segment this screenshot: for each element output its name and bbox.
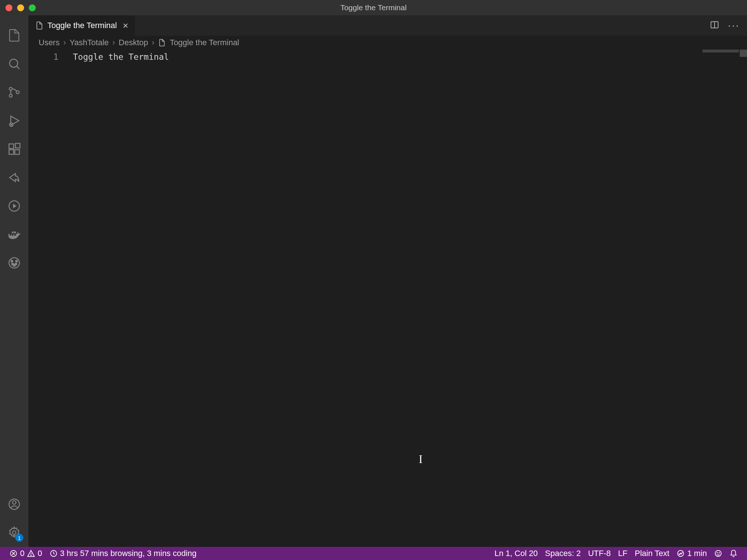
file-icon — [158, 39, 166, 47]
scrollbar-corner[interactable] — [740, 50, 747, 57]
wakatime-status[interactable]: 1 min — [673, 547, 711, 560]
svg-point-33 — [719, 552, 719, 553]
window-title: Toggle the Terminal — [340, 3, 407, 12]
svg-point-31 — [715, 551, 721, 557]
text-cursor-icon: I — [419, 452, 423, 466]
cursor-position-status[interactable]: Ln 1, Col 20 — [491, 547, 542, 560]
error-count: 0 — [20, 549, 24, 558]
svg-point-21 — [12, 531, 16, 534]
svg-marker-12 — [13, 204, 17, 209]
explorer-icon[interactable] — [0, 21, 28, 50]
svg-point-32 — [717, 552, 717, 553]
feedback-icon[interactable] — [711, 547, 726, 560]
chevron-right-icon: › — [63, 38, 66, 47]
svg-rect-7 — [9, 144, 14, 149]
svg-rect-9 — [15, 150, 20, 155]
close-tab-icon[interactable]: × — [123, 21, 128, 30]
svg-point-4 — [16, 91, 19, 94]
paw-icon[interactable] — [0, 249, 28, 277]
svg-rect-8 — [9, 150, 14, 155]
statusbar: 0 0 3 hrs 57 mins browsing, 3 mins codin… — [0, 547, 747, 560]
svg-point-3 — [9, 94, 12, 97]
docker-icon[interactable] — [0, 220, 28, 249]
run-debug-icon[interactable] — [0, 106, 28, 135]
tab-toggle-terminal[interactable]: Toggle the Terminal × — [28, 15, 135, 36]
line-number: 1 — [28, 51, 58, 63]
more-actions-icon[interactable]: ··· — [728, 20, 740, 31]
svg-rect-10 — [15, 143, 20, 148]
svg-line-1 — [16, 66, 19, 69]
breadcrumb-part[interactable]: YashTotale — [70, 38, 109, 47]
titlebar: Toggle the Terminal — [0, 0, 747, 15]
svg-point-15 — [16, 260, 18, 262]
live-share-icon[interactable] — [0, 163, 28, 192]
split-editor-icon[interactable] — [710, 20, 719, 31]
settings-icon[interactable]: 1 — [0, 518, 28, 547]
problems-status[interactable]: 0 0 — [6, 547, 46, 560]
line-gutter: 1 — [28, 50, 73, 547]
svg-point-0 — [9, 59, 18, 67]
editor-area: Toggle the Terminal × ··· Users › YashTo… — [28, 15, 747, 547]
language-mode-status[interactable]: Plain Text — [631, 547, 673, 560]
time-tracking-text: 3 hrs 57 mins browsing, 3 mins coding — [60, 549, 197, 558]
breadcrumb-part[interactable]: Users — [39, 38, 59, 47]
encoding-status[interactable]: UTF-8 — [584, 547, 614, 560]
time-tracking-status[interactable]: 3 hrs 57 mins browsing, 3 mins coding — [46, 547, 200, 560]
indentation-status[interactable]: Spaces: 2 — [541, 547, 584, 560]
activity-bar: 1 — [0, 15, 28, 547]
remote-icon[interactable] — [0, 192, 28, 220]
main-area: 1 Toggle the Terminal × ··· Users › Yash… — [0, 15, 747, 547]
svg-point-2 — [9, 88, 12, 90]
code-content[interactable]: Toggle the Terminal — [73, 50, 747, 547]
editor-body[interactable]: 1 Toggle the Terminal I — [28, 50, 747, 547]
source-control-icon[interactable] — [0, 78, 28, 106]
extensions-icon[interactable] — [0, 135, 28, 163]
tabs-bar: Toggle the Terminal × ··· — [28, 15, 747, 36]
breadcrumb-part[interactable]: Desktop — [119, 38, 148, 47]
window-controls — [0, 4, 36, 11]
notifications-icon[interactable] — [726, 547, 741, 560]
breadcrumb-part[interactable]: Toggle the Terminal — [170, 38, 239, 47]
accounts-icon[interactable] — [0, 490, 28, 518]
minimize-window-button[interactable] — [17, 4, 24, 11]
breadcrumb[interactable]: Users › YashTotale › Desktop › Toggle th… — [28, 36, 747, 50]
search-icon[interactable] — [0, 50, 28, 78]
chevron-right-icon: › — [112, 38, 115, 47]
eol-status[interactable]: LF — [615, 547, 631, 560]
svg-point-20 — [12, 501, 16, 505]
warning-count: 0 — [38, 549, 42, 558]
svg-point-28 — [31, 555, 31, 555]
settings-badge: 1 — [15, 534, 23, 542]
tab-actions: ··· — [710, 15, 747, 36]
svg-point-14 — [11, 260, 13, 262]
tab-label: Toggle the Terminal — [47, 21, 117, 30]
svg-point-18 — [13, 264, 15, 266]
maximize-window-button[interactable] — [29, 4, 36, 11]
close-window-button[interactable] — [5, 4, 12, 11]
code-line: Toggle the Terminal — [73, 51, 747, 63]
minimap[interactable] — [703, 50, 739, 52]
chevron-right-icon: › — [152, 38, 154, 47]
